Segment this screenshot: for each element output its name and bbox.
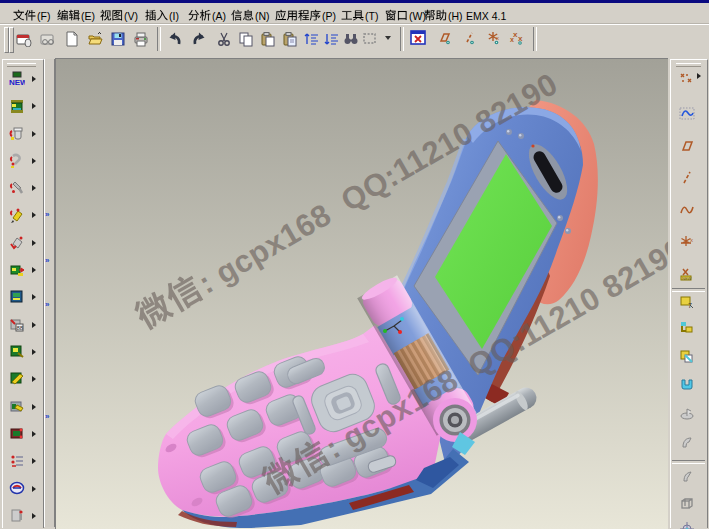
svg-text:(H): (H)	[448, 10, 463, 22]
svg-text:(A): (A)	[212, 10, 226, 22]
svg-text:EMX 4.1: EMX 4.1	[466, 10, 506, 22]
svg-text:88: 88	[17, 325, 24, 331]
svg-text:(F): (F)	[37, 10, 50, 22]
svg-text:NEW: NEW	[682, 276, 692, 281]
svg-text:x: x	[690, 237, 693, 243]
svg-text:(W): (W)	[409, 10, 426, 22]
svg-text:(P): (P)	[322, 10, 336, 22]
svg-text:7: 7	[688, 302, 692, 309]
svg-text:(T): (T)	[365, 10, 378, 22]
svg-text:x: x	[496, 35, 499, 41]
svg-text:(N): (N)	[255, 10, 270, 22]
svg-text:(E): (E)	[81, 10, 95, 22]
svg-text:(V): (V)	[124, 10, 138, 22]
svg-text:NEW: NEW	[9, 78, 25, 87]
svg-text:(I): (I)	[169, 10, 179, 22]
svg-text:x: x	[510, 36, 514, 43]
